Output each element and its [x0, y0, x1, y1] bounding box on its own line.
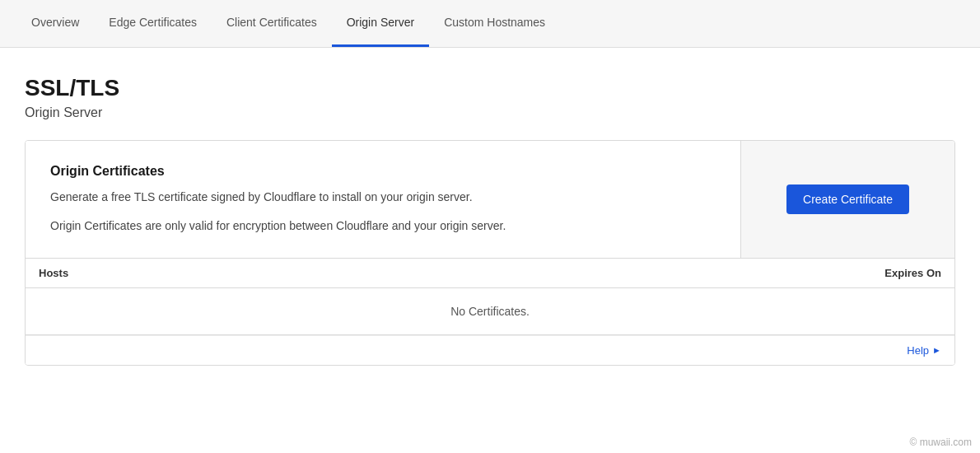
card-description-1: Generate a free TLS certificate signed b… — [50, 189, 716, 206]
card-top: Origin Certificates Generate a free TLS … — [26, 141, 954, 258]
card-left: Origin Certificates Generate a free TLS … — [26, 141, 740, 258]
nav-item-origin-server[interactable]: Origin Server — [332, 0, 429, 47]
table-empty-row: No Certificates. — [26, 288, 954, 335]
table-header: Hosts Expires On — [26, 259, 954, 288]
nav-item-edge-certificates[interactable]: Edge Certificates — [94, 0, 212, 47]
create-certificate-button[interactable]: Create Certificate — [786, 184, 909, 214]
page-title: SSL/TLS — [25, 74, 955, 102]
table-footer: Help ► — [26, 335, 954, 365]
card-description-2: Origin Certificates are only valid for e… — [50, 217, 716, 235]
help-link[interactable]: Help ► — [907, 344, 941, 357]
nav-bar: Overview Edge Certificates Client Certif… — [0, 0, 980, 48]
nav-item-client-certificates[interactable]: Client Certificates — [212, 0, 332, 47]
nav-item-overview[interactable]: Overview — [16, 0, 94, 47]
no-certificates-message: No Certificates. — [450, 305, 530, 318]
help-arrow-icon: ► — [932, 345, 941, 355]
card-heading: Origin Certificates — [50, 164, 716, 179]
main-content: SSL/TLS Origin Server Origin Certificate… — [0, 48, 980, 453]
col-expires-header: Expires On — [793, 267, 941, 279]
watermark: © muwaii.com — [909, 437, 972, 448]
col-hosts-header: Hosts — [39, 267, 793, 279]
page-subtitle: Origin Server — [25, 105, 955, 120]
help-label: Help — [907, 344, 929, 357]
origin-certificates-card: Origin Certificates Generate a free TLS … — [25, 140, 955, 366]
certificates-table: Hosts Expires On No Certificates. Help ► — [26, 258, 954, 365]
card-right: Create Certificate — [740, 141, 954, 258]
nav-item-custom-hostnames[interactable]: Custom Hostnames — [429, 0, 560, 47]
